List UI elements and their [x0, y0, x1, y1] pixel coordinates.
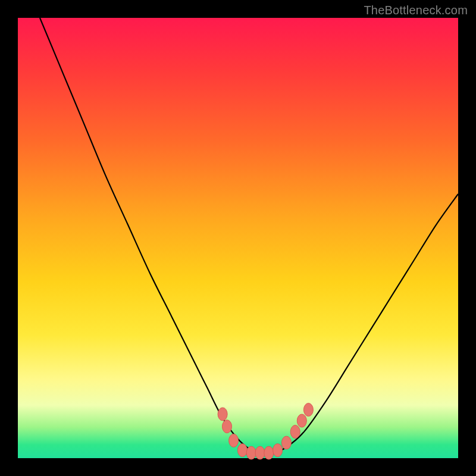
curve-marker: [303, 403, 313, 416]
curve-marker: [255, 446, 265, 459]
curve-path: [40, 18, 458, 453]
watermark-label: TheBottleneck.com: [364, 4, 468, 17]
curve-marker: [290, 425, 300, 439]
curve-marker: [281, 436, 291, 449]
curve-marker: [237, 444, 247, 457]
curve-marker: [264, 446, 274, 459]
plot-area: [18, 18, 458, 458]
chart-frame: TheBottleneck.com: [0, 0, 476, 476]
bottleneck-curve: [18, 18, 458, 458]
curve-marker: [223, 420, 232, 433]
curve-marker: [297, 414, 306, 427]
curve-marker: [229, 434, 239, 447]
curve-marker: [273, 444, 283, 457]
curve-marker: [218, 408, 227, 421]
curve-marker: [246, 446, 256, 459]
